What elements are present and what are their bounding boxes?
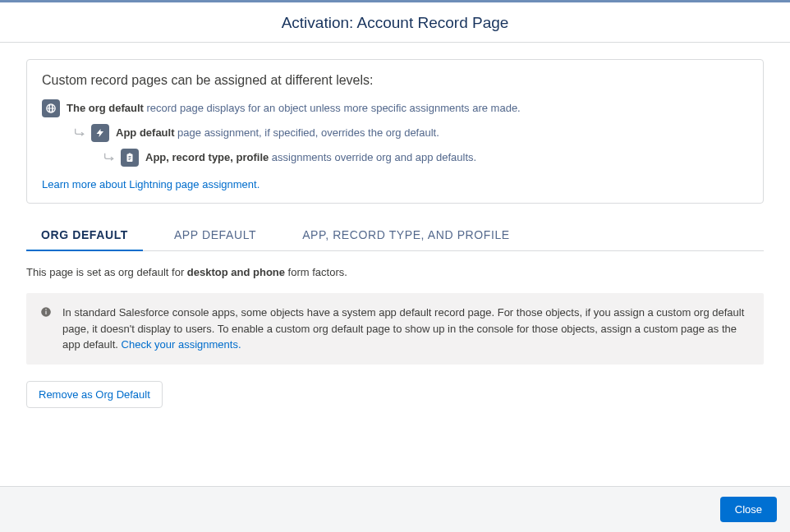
globe-icon bbox=[42, 99, 60, 117]
assignment-tabs: ORG DEFAULT APP DEFAULT APP, RECORD TYPE… bbox=[26, 220, 764, 251]
hierarchy-row-art: App, record type, profile assignments ov… bbox=[101, 149, 748, 167]
modal-footer: Close bbox=[0, 486, 790, 532]
modal-body: Custom record pages can be assigned at d… bbox=[0, 43, 790, 486]
activation-modal: Activation: Account Record Page Custom r… bbox=[0, 0, 790, 532]
hierarchy-row-org: The org default record page displays for… bbox=[42, 99, 748, 117]
svg-point-2 bbox=[45, 309, 47, 310]
art-bold: App, record type, profile bbox=[145, 151, 269, 163]
info-card-title: Custom record pages can be assigned at d… bbox=[42, 73, 748, 88]
lightning-icon bbox=[91, 124, 109, 142]
tab-app-default[interactable]: APP DEFAULT bbox=[159, 220, 271, 250]
hierarchy-text-app: App default page assignment, if specifie… bbox=[116, 125, 439, 141]
app-rest: page assignment, if specified, overrides… bbox=[175, 126, 439, 139]
status-suffix: form factors. bbox=[285, 266, 347, 278]
sub-arrow-icon bbox=[101, 150, 117, 165]
assignment-info-card: Custom record pages can be assigned at d… bbox=[26, 59, 764, 204]
info-icon bbox=[39, 305, 53, 319]
modal-title: Activation: Account Record Page bbox=[0, 14, 790, 32]
svg-rect-1 bbox=[45, 311, 46, 314]
hierarchy-text-art: App, record type, profile assignments ov… bbox=[145, 149, 476, 166]
tab-app-record-type-profile[interactable]: APP, RECORD TYPE, AND PROFILE bbox=[287, 220, 525, 250]
hierarchy-row-app: App default page assignment, if specifie… bbox=[71, 124, 748, 142]
learn-more-link[interactable]: Learn more about Lightning page assignme… bbox=[42, 178, 260, 190]
clipboard-icon bbox=[121, 149, 139, 167]
notice-text: In standard Salesforce console apps, som… bbox=[62, 305, 751, 353]
app-bold: App default bbox=[116, 126, 175, 139]
console-notice: In standard Salesforce console apps, som… bbox=[26, 293, 764, 365]
status-prefix: This page is set as org default for bbox=[26, 266, 187, 278]
tab-org-default[interactable]: ORG DEFAULT bbox=[26, 220, 143, 251]
sub-arrow-icon bbox=[71, 126, 88, 140]
art-rest: assignments override org and app default… bbox=[269, 151, 476, 163]
status-bold: desktop and phone bbox=[187, 266, 285, 278]
remove-org-default-button[interactable]: Remove as Org Default bbox=[26, 381, 163, 408]
close-button[interactable]: Close bbox=[720, 497, 777, 522]
org-rest: record page displays for an object unles… bbox=[144, 102, 521, 114]
hierarchy-text-org: The org default record page displays for… bbox=[67, 100, 521, 117]
check-assignments-link[interactable]: Check your assignments. bbox=[122, 338, 241, 351]
org-bold: The org default bbox=[67, 102, 144, 114]
org-default-status: This page is set as org default for desk… bbox=[26, 266, 764, 278]
modal-header: Activation: Account Record Page bbox=[0, 2, 790, 43]
